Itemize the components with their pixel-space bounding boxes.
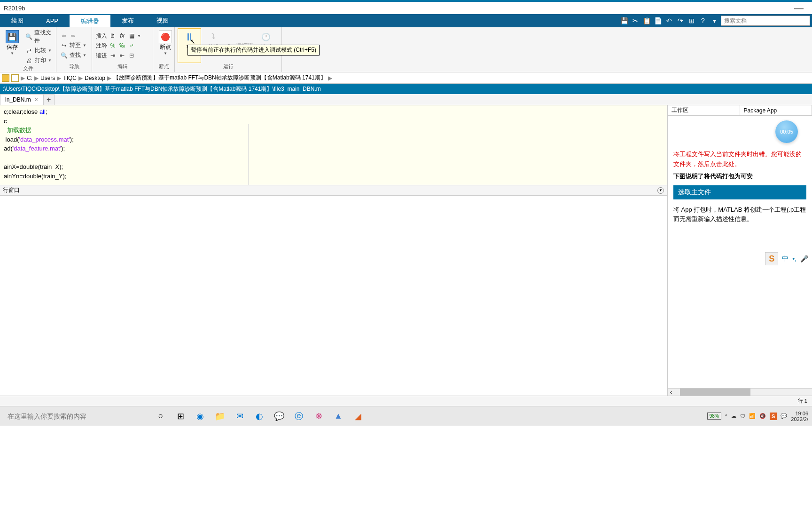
tab-publish[interactable]: 发布 — [110, 14, 145, 27]
security-icon[interactable]: 🛡 — [740, 413, 745, 419]
breakpoints-button[interactable]: 🔴 断点 ▼ — [156, 28, 175, 63]
tray-expand-icon[interactable]: ^ — [725, 413, 727, 419]
dropdown-icon[interactable]: ▼ — [657, 187, 664, 194]
wrap-comment-icon[interactable]: ⤶ — [128, 42, 135, 49]
uncomment-icon[interactable]: ‰ — [118, 42, 126, 49]
tab-view[interactable]: 视图 — [145, 14, 180, 27]
status-bar: 行 1 — [0, 396, 812, 406]
description-text: 将 App 打包时，MATLAB 将创建一个工程(.p工程而无需重新输入描述性信… — [673, 205, 806, 225]
indent-icon[interactable]: ⇥ — [109, 52, 117, 59]
save-icon[interactable]: 💾 — [619, 16, 629, 25]
crumb-tiqc[interactable]: TIQC▶ — [63, 75, 83, 81]
address-bar[interactable]: ▶ C:▶ Users▶ TIQC▶ Desktop▶ 【故障诊断预测】基于ma… — [0, 72, 812, 84]
wechat-icon[interactable]: 💬 — [273, 410, 286, 423]
forward-icon[interactable]: ⇨ — [70, 32, 77, 40]
folder-search-icon: 🔍 — [25, 33, 32, 40]
insert-block-icon[interactable]: ▦ — [128, 32, 135, 40]
tab-app[interactable]: APP — [35, 14, 70, 27]
switch-icon[interactable]: ⊞ — [687, 16, 696, 25]
close-tab-icon[interactable]: × — [35, 96, 38, 103]
pause-tooltip: 暂停当前正在执行的代码并进入调试模式 (Ctrl+F5) — [187, 45, 320, 56]
smart-indent-icon[interactable]: ⊟ — [128, 52, 135, 59]
back-icon[interactable]: ⇦ — [60, 32, 68, 40]
file-tab-dbn[interactable]: in_DBN.m × — [0, 94, 43, 105]
crumb-users[interactable]: Users▶ — [40, 75, 61, 81]
matlab-icon[interactable]: ◢ — [351, 410, 365, 423]
instruction-text: 下图说明了将代码打包为可安 — [673, 172, 806, 181]
ime-punct-icon[interactable]: •, — [792, 255, 796, 262]
code-editor[interactable]: c;clear;close all; c 加载数据 load('data_pro… — [0, 105, 667, 185]
scrollbar-thumb[interactable] — [680, 389, 750, 396]
pause-icon: ⏸ — [183, 31, 196, 44]
ribbon: 💾 保存 ▼ 🔍查找文件 ⇄比较▼ 🖨打印▼ 文件 ⇦⇨ ↪转至▼ 🔍查找▼ 导… — [0, 27, 812, 72]
goto-button[interactable]: ↪转至▼ — [59, 41, 87, 50]
tab-editor[interactable]: 编辑器 — [70, 14, 110, 27]
taskbar-search[interactable] — [4, 409, 145, 423]
file-group-label: 文件 — [3, 65, 53, 73]
crumb-c[interactable]: C:▶ — [27, 75, 39, 81]
ie-icon[interactable]: ⓔ — [292, 410, 305, 423]
goto-icon: ↪ — [60, 42, 68, 49]
undo-icon[interactable]: ↶ — [664, 16, 674, 25]
dropdown-icon[interactable]: ▾ — [710, 16, 719, 25]
print-button[interactable]: 🖨打印▼ — [24, 56, 53, 65]
editor-pane: c;clear;close all; c 加载数据 load('data_pro… — [0, 105, 667, 396]
compare-button[interactable]: ⇄比较▼ — [24, 46, 53, 55]
find-files-button[interactable]: 🔍查找文件 — [24, 28, 53, 45]
onedrive-icon[interactable]: ☁ — [731, 413, 736, 419]
save-button[interactable]: 💾 保存 ▼ — [3, 28, 22, 65]
battery-indicator[interactable]: 98% — [707, 413, 721, 420]
app2-icon[interactable]: ❋ — [312, 410, 325, 423]
find-icon: 🔍 — [60, 52, 68, 59]
paste-icon[interactable]: 📄 — [653, 16, 663, 25]
insert-section-icon[interactable]: 🗎 — [109, 32, 117, 40]
crumb-desktop[interactable]: Desktop▶ — [85, 75, 111, 81]
app-title: R2019b — [4, 5, 25, 12]
wifi-icon[interactable]: 📶 — [749, 413, 756, 419]
mic-icon[interactable]: 🎤 — [800, 255, 808, 262]
breakpoints-group-label: 断点 — [156, 63, 172, 71]
redo-icon[interactable]: ↷ — [676, 16, 685, 25]
add-tab-button[interactable]: + — [43, 94, 55, 105]
ime-lang[interactable]: 中 — [782, 254, 789, 263]
sogou-icon[interactable]: S — [765, 252, 778, 265]
app1-icon[interactable]: ◐ — [253, 410, 266, 423]
volume-icon[interactable]: 🔇 — [759, 413, 766, 419]
task-view-icon[interactable]: ⊞ — [174, 410, 187, 423]
right-panel: 工作区 Package App 00:05 将工程文件写入当前文件夹时出错。您可… — [667, 105, 812, 396]
clock-icon: 🕐 — [259, 30, 273, 43]
ime-toolbar[interactable]: S 中 •, 🎤 — [765, 252, 808, 265]
app3-icon[interactable]: ▲ — [332, 410, 345, 423]
title-bar: R2019b — — [0, 0, 812, 14]
edge-icon[interactable]: ◉ — [194, 410, 207, 423]
command-window[interactable] — [0, 196, 667, 381]
notification-icon[interactable]: 💬 — [781, 413, 787, 419]
copy-icon[interactable]: 📋 — [642, 16, 651, 25]
main-tabs: 绘图 APP 编辑器 发布 视图 💾 ✂ 📋 📄 ↶ ↷ ⊞ ? ▾ 搜索文档 — [0, 14, 812, 27]
tab-workspace[interactable]: 工作区 — [668, 105, 740, 115]
ime-tray-icon[interactable]: S — [770, 413, 777, 420]
outdent-icon[interactable]: ⇤ — [118, 52, 126, 59]
find-button[interactable]: 🔍查找▼ — [59, 51, 87, 60]
crumb-folder[interactable]: 【故障诊断预测】基于matlab FFT与DBN轴承故障诊断预测【含Matlab… — [113, 74, 332, 82]
edit-group-label: 编辑 — [95, 63, 150, 71]
cortana-icon[interactable]: ○ — [154, 410, 167, 423]
windows-taskbar: ○ ⊞ ◉ 📁 ✉ ◐ 💬 ⓔ ❋ ▲ ◢ 98% ^ ☁ 🛡 📶 🔇 S 💬 … — [0, 406, 812, 426]
mail-icon[interactable]: ✉ — [233, 410, 246, 423]
compare-icon: ⇄ — [25, 47, 33, 55]
fx-icon[interactable]: fx — [118, 32, 126, 40]
minimize-button[interactable]: — — [789, 3, 808, 14]
help-icon[interactable]: ? — [698, 16, 708, 25]
tab-package-app[interactable]: Package App — [740, 105, 812, 115]
horizontal-scrollbar[interactable]: ‹ — [668, 388, 812, 396]
nav-group-label: 导航 — [59, 63, 89, 71]
tab-plot[interactable]: 绘图 — [0, 14, 35, 27]
search-docs-input[interactable]: 搜索文档 — [721, 16, 810, 26]
scroll-left-icon[interactable]: ‹ — [668, 389, 674, 396]
print-icon: 🖨 — [25, 57, 33, 64]
explorer-icon[interactable]: 📁 — [213, 410, 226, 423]
comment-icon[interactable]: % — [109, 42, 117, 49]
cursor-position: 行 1 — [798, 397, 807, 405]
cut-icon[interactable]: ✂ — [631, 16, 640, 25]
clock[interactable]: 19:06 2022/2/ — [791, 411, 808, 422]
